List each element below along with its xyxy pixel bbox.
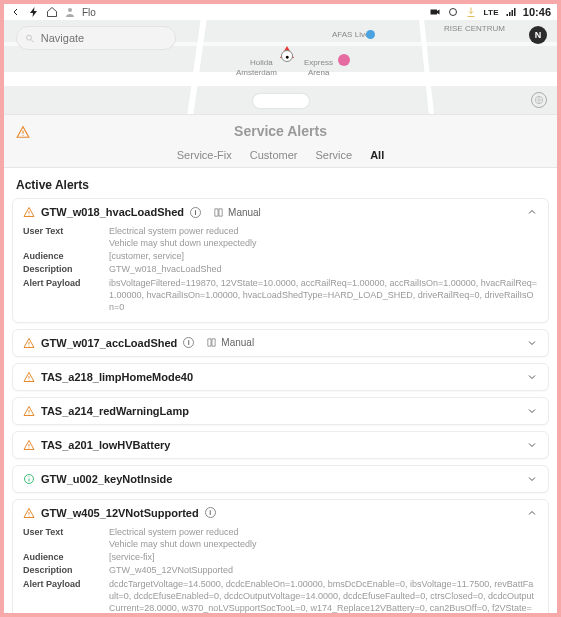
alert-payload: dcdcTargetVoltage=14.5000, dcdcEnableOn=… [109,578,538,617]
circle-icon[interactable] [447,6,459,18]
map-label: Arena [308,68,329,77]
alert-card: GTW_w405_12VNotSupportediUser TextElectr… [12,499,549,617]
alert-detail: User TextElectrical system power reduced… [13,526,548,617]
alert-id: TAS_a214_redWarningLamp [41,405,189,417]
label-user-text: User Text [23,526,101,550]
chevron-up-icon [526,206,538,218]
svg-point-3 [27,35,32,40]
book-icon [213,207,224,218]
vehicle-dot: ● [281,50,293,62]
alert-card: TAS_a201_lowHVBattery [12,431,549,459]
active-alerts-heading: Active Alerts [4,168,557,198]
label-description: Description [23,564,101,576]
alert-description: GTW_w405_12VNotSupported [109,564,538,576]
manual-link[interactable]: Manual [213,207,261,218]
alert-header-row[interactable]: GTW_u002_keyNotInside [13,466,548,492]
tab-service-fix[interactable]: Service-Fix [177,149,232,161]
alert-id: TAS_a201_lowHVBattery [41,439,170,451]
svg-point-7 [22,135,23,136]
alert-id: TAS_a218_limpHomeMode40 [41,371,193,383]
alert-user-text: Electrical system power reducedVehicle m… [109,225,538,249]
signal-icon [505,6,517,18]
svg-line-4 [31,39,33,41]
alert-card: TAS_a218_limpHomeMode40 [12,363,549,391]
info-circle-icon[interactable]: i [183,337,194,348]
alert-user-text: Electrical system power reducedVehicle m… [109,526,538,550]
tab-customer[interactable]: Customer [250,149,298,161]
label-description: Description [23,263,101,275]
svg-point-0 [68,8,72,12]
info-circle-icon[interactable]: i [205,507,216,518]
chevron-up-icon [526,507,538,519]
map-label: AFAS Live [332,30,369,39]
warning-icon [23,439,35,451]
svg-point-17 [29,447,30,448]
map[interactable]: loekAmst AFAS Live RISE CENTRUM Holida A… [4,20,557,114]
alert-id: GTW_w405_12VNotSupported [41,507,199,519]
alert-audience: [customer, service] [109,250,538,262]
alert-header-row[interactable]: GTW_w017_accLoadShediManual [13,330,548,356]
alert-card: GTW_w017_accLoadShediManual [12,329,549,357]
warning-icon [23,206,35,218]
svg-point-15 [29,413,30,414]
alert-payload: ibsVoltageFiltered=119870, 12VState=10.0… [109,277,538,313]
back-icon[interactable] [10,6,22,18]
warning-icon [16,125,28,137]
alerts-header: Service Alerts Service-Fix Customer Serv… [4,114,557,168]
info-circle-icon[interactable]: i [190,207,201,218]
alert-audience: [service-fix] [109,551,538,563]
poi-pin[interactable] [338,54,350,66]
manual-link[interactable]: Manual [206,337,254,348]
label-audience: Audience [23,551,101,563]
alert-description: GTW_w018_hvacLoadShed [109,263,538,275]
chevron-down-icon [526,405,538,417]
alert-card: TAS_a214_redWarningLamp [12,397,549,425]
warning-icon [23,507,35,519]
svg-point-22 [29,515,30,516]
poi-pin[interactable] [366,30,375,39]
clock: 10:46 [523,6,551,18]
label-payload: Alert Payload [23,277,101,313]
alert-header-row[interactable]: GTW_w405_12VNotSupportedi [13,500,548,526]
user-name: Flo [82,7,96,18]
alert-header-row[interactable]: TAS_a214_redWarningLamp [13,398,548,424]
book-icon [206,337,217,348]
search-icon [25,33,35,44]
alerts-title: Service Alerts [14,123,547,139]
map-bottom-pill[interactable] [253,94,309,108]
label-payload: Alert Payload [23,578,101,617]
home-icon[interactable] [46,6,58,18]
svg-point-11 [29,345,30,346]
alerts-list: GTW_w018_hvacLoadShediManualUser TextEle… [4,198,557,617]
chevron-down-icon [526,371,538,383]
map-label: Amsterdam [236,68,277,77]
label-audience: Audience [23,250,101,262]
svg-point-2 [450,9,457,16]
navigate-search[interactable] [16,26,176,50]
alert-id: GTW_w017_accLoadShed [41,337,177,349]
camera-icon[interactable] [429,6,441,18]
alert-header-row[interactable]: TAS_a218_limpHomeMode40 [13,364,548,390]
bolt-icon[interactable] [28,6,40,18]
download-icon[interactable] [465,6,477,18]
tab-service[interactable]: Service [315,149,352,161]
warning-icon [23,371,35,383]
chevron-down-icon [526,473,538,485]
label-user-text: User Text [23,225,101,249]
warning-icon [23,405,35,417]
navigate-input[interactable] [41,32,167,44]
map-label: Holida [250,58,273,67]
svg-point-9 [29,215,30,216]
chevron-down-icon [526,337,538,349]
map-label: RISE CENTRUM [444,24,505,33]
alert-header-row[interactable]: TAS_a201_lowHVBattery [13,432,548,458]
info-icon [23,473,35,485]
globe-button[interactable] [531,92,547,108]
svg-rect-1 [431,10,438,15]
alert-header-row[interactable]: GTW_w018_hvacLoadShediManual [13,199,548,225]
chevron-down-icon [526,439,538,451]
svg-point-13 [29,379,30,380]
tab-all[interactable]: All [370,149,384,161]
alert-id: GTW_u002_keyNotInside [41,473,172,485]
compass-button[interactable]: N [529,26,547,44]
